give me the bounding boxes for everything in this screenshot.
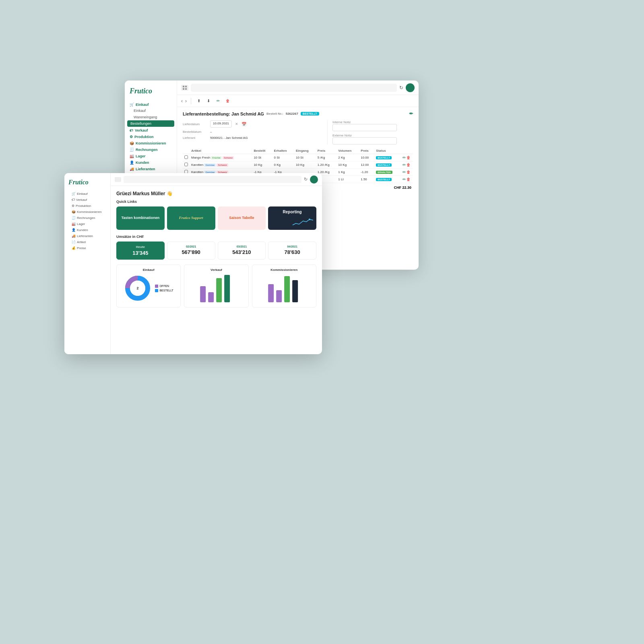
edit-row-1[interactable]: ✏ [402, 163, 406, 167]
ql-saison-card[interactable]: Saison Tabelle [218, 206, 266, 230]
calendar-icon[interactable]: 📅 [242, 122, 246, 126]
front-nav-verkauf[interactable]: 🏷 Verkauf [64, 197, 110, 203]
umsatz-heute: Heute 13'345 [116, 242, 165, 260]
receipt-icon-front: 🧾 [72, 216, 76, 220]
article-icon-front: 📄 [72, 240, 76, 244]
table-row: Mango Fresh Früchte Schweiz 10 St 0 St 1… [183, 154, 413, 161]
cell-actions-2: ✏ 🗑 [401, 169, 413, 176]
box-icon-back: 📦 [130, 141, 134, 145]
col-artikel: Artikel [190, 148, 252, 154]
edit-row-0[interactable]: ✏ [402, 155, 406, 160]
chart-verkauf: Verkauf [184, 264, 248, 308]
umsatz-03-period: 03/2021 [221, 245, 262, 248]
ql-support-label: Frutico Support [179, 216, 203, 221]
umsatz-03-value: 543'210 [221, 249, 262, 255]
back-nav-next[interactable]: › [185, 98, 187, 104]
externe-notiz-label: Externe Notiz [332, 134, 413, 137]
row-checkbox-1[interactable] [184, 163, 188, 166]
refresh-icon-back[interactable]: ↻ [399, 85, 403, 91]
cell-artikel-1: Karotten Gemüse Schweiz [190, 161, 252, 169]
svg-text:2: 2 [137, 286, 139, 290]
chart-verkauf-title: Verkauf [188, 268, 245, 272]
warehouse-icon-back: 🏭 [130, 154, 134, 158]
quick-links-title: Quick Links [116, 200, 316, 204]
gear-icon-back: ⚙ [130, 135, 133, 139]
front-nav-artikel[interactable]: 📄 Artikel [64, 239, 110, 245]
delete-row-3[interactable]: 🗑 [407, 177, 411, 182]
back-nav-prev[interactable]: ‹ [181, 98, 183, 104]
cell-status-2: ERHALTEN [374, 169, 401, 176]
bestell-nr-label: Bestell Nr.: [266, 112, 283, 116]
col-preis: Preis [316, 148, 336, 154]
row-checkbox-0[interactable] [184, 155, 188, 159]
edit-icon-toolbar[interactable]: ✏ [215, 97, 222, 105]
back-nav-item-einkauf[interactable]: Einkauf [125, 107, 177, 114]
ql-tasten-label: Tasten kombinationen [121, 216, 159, 221]
interne-notiz-input[interactable] [332, 124, 397, 131]
back-nav-section-kommission: 📦 Kommissionieren [125, 140, 177, 146]
front-nav-preise[interactable]: 💰 Preise [64, 245, 110, 251]
svg-rect-12 [224, 275, 230, 302]
front-url-bar[interactable] [124, 176, 301, 183]
front-logo: Frutico [64, 179, 110, 191]
back-nav-item-bestellungen[interactable]: Bestellungen [127, 120, 174, 127]
ql-reporting-card[interactable]: Reporting [268, 206, 316, 230]
grid-icon-back [181, 85, 188, 91]
cell-erhalten-0: 0 St [272, 154, 294, 161]
front-sidebar: Frutico 🛒 Einkauf 🏷 Verkauf ⚙ Produktion… [64, 173, 111, 354]
front-nav-rechnungen[interactable]: 🧾 Rechnungen [64, 215, 110, 221]
front-content: Grüezi Markus Müller 👋 Quick Links Taste… [111, 186, 322, 354]
front-main: ↻ Grüezi Markus Müller 👋 Quick Links Tas… [111, 173, 322, 354]
svg-rect-10 [208, 292, 214, 302]
cell-actions-3: ✏ 🗑 [401, 176, 413, 183]
front-nav-kommission[interactable]: 📦 Kommissionieren [64, 209, 110, 215]
cell-actions-0: ✏ 🗑 [401, 154, 413, 161]
tag-icon-back: 🏷 [130, 128, 133, 132]
import-icon[interactable]: ⬆ [195, 97, 202, 105]
svg-rect-14 [276, 290, 282, 302]
umsatz-04-2021: 04/2021 78'630 [268, 242, 316, 260]
warehouse-icon-front: 🏭 [72, 222, 76, 226]
externe-notiz-input[interactable] [332, 137, 397, 144]
umsaetze-grid: Heute 13'345 02/2021 567'890 03/2021 543… [116, 242, 316, 260]
delete-icon-toolbar[interactable]: 🗑 [224, 97, 231, 105]
cell-erhalten-1: 0 Kg [272, 161, 294, 169]
back-url-bar[interactable] [191, 84, 397, 92]
back-nav-section-lager: 🏭 Lager [125, 153, 177, 159]
front-nav-einkauf[interactable]: 🛒 Einkauf [64, 191, 110, 197]
cart-icon: 🛒 [130, 103, 134, 107]
edit-row-3[interactable]: ✏ [402, 177, 406, 182]
edit-row-2[interactable]: ✏ [402, 170, 406, 174]
delete-row-2[interactable]: 🗑 [407, 170, 411, 174]
svg-rect-16 [292, 280, 298, 302]
col-bestellt: Bestellt [252, 148, 272, 154]
back-user-avatar [406, 83, 415, 92]
umsatz-02-period: 02/2021 [171, 245, 212, 248]
back-nav-section-produktion: ⚙ Produktion [125, 133, 177, 140]
front-nav-kunden[interactable]: 👤 Kunden [64, 227, 110, 233]
col-erhalten: Erhalten [272, 148, 294, 154]
legend-bestellt: BESTELLT [155, 289, 173, 292]
back-nav-item-wareneingang[interactable]: Wareneingang [125, 114, 177, 120]
front-nav-lager[interactable]: 🏭 Lager [64, 221, 110, 227]
charts-grid: Einkauf 2 OFFEN [116, 264, 316, 308]
cell-volumen-2: 1 Kg [336, 169, 359, 176]
verkauf-bar-chart [188, 274, 245, 302]
front-nav-lieferanten[interactable]: 🚚 Lieferanten [64, 233, 110, 239]
delete-row-1[interactable]: 🗑 [407, 163, 411, 167]
cell-volumen-3: 1 Lt [336, 176, 359, 183]
ql-tasten-card[interactable]: Tasten kombinationen [116, 206, 165, 230]
clear-date-icon[interactable]: ✕ [235, 122, 238, 126]
cell-preis-unit-1: 1.20 /Kg [316, 161, 336, 169]
interne-notiz-label: Interne Notiz [332, 120, 413, 124]
delete-row-0[interactable]: 🗑 [407, 155, 411, 160]
cell-eingang-1: 10 Kg [294, 161, 316, 169]
lieferdatum-value[interactable]: 10.09.2021 [210, 120, 232, 128]
ql-support-card[interactable]: Frutico Support [167, 206, 215, 230]
refresh-icon-front[interactable]: ↻ [304, 177, 308, 182]
tag-icon-front: 🏷 [72, 198, 75, 202]
download-icon[interactable]: ⬇ [205, 97, 212, 105]
edit-header-icon[interactable]: ✏ [409, 111, 413, 116]
cell-volumen-1: 10 Kg [336, 161, 359, 169]
front-nav-produktion[interactable]: ⚙ Produktion [64, 203, 110, 209]
